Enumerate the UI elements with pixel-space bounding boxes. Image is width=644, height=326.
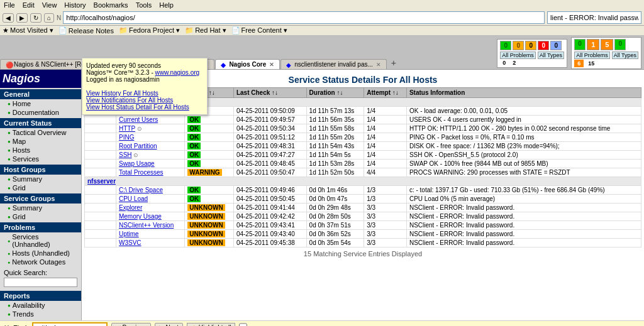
tab-close-4[interactable]: ✕ — [376, 62, 381, 68]
sidebar-item-services-unhandled[interactable]: ● Services (Unhandled) — [0, 232, 81, 249]
page-icon-2: 📄 — [231, 26, 240, 35]
table-row: PING OK 04-25-2011 09:51:12 1d 11h 55m 2… — [85, 133, 641, 142]
host-link-nfsserver[interactable]: nfsserver — [87, 178, 116, 185]
sidebar-item-tactical[interactable]: ● Tactical Overview — [0, 128, 81, 137]
menu-edit[interactable]: Edit — [23, 1, 35, 9]
service-link[interactable]: CPU Load — [119, 195, 148, 202]
home-button[interactable]: ⌂ — [44, 13, 54, 23]
match-case-checkbox[interactable] — [239, 322, 247, 327]
previous-button[interactable]: ◁ Previous — [111, 323, 151, 326]
nagios-version-link[interactable]: www.nagios.org — [155, 70, 200, 76]
table-row: Current Users OK 04-25-2011 09:49:57 1d … — [85, 116, 641, 124]
menu-view[interactable]: View — [42, 1, 57, 9]
sidebar-item-map[interactable]: ● Map — [0, 137, 81, 146]
bookmarks-release-notes[interactable]: 📄 Release Notes — [58, 26, 114, 35]
table-row: Memory Usage UNKNOWN 04-25-2011 09:42:42… — [85, 212, 641, 221]
service-link[interactable]: SSH — [119, 151, 132, 158]
status-badge: UNKNOWN — [187, 222, 225, 229]
bullet-icon-8: ● — [8, 185, 11, 191]
col-duration[interactable]: Duration ↑↓ — [306, 88, 364, 98]
bullet-icon-12: ● — [8, 251, 10, 256]
bookmarks-redhat[interactable]: 📁 Red Hat ▾ — [185, 26, 226, 35]
quick-search-input[interactable] — [4, 278, 77, 287]
forward-button[interactable]: ▶ — [16, 13, 28, 23]
page-icon: 📄 — [58, 26, 67, 35]
view-host-status-link[interactable]: View Host Status Detail For All Hosts — [86, 104, 203, 111]
tooltip-login: Logged in as nagiosadmin — [86, 76, 203, 83]
status-badge: OK — [187, 134, 201, 141]
note-icon-2: ⊙ — [133, 152, 138, 158]
sidebar-item-documentation[interactable]: ● Documentation — [0, 108, 81, 117]
sidebar-item-sg-summary[interactable]: ● Summary — [0, 204, 81, 212]
bullet-icon: ● — [8, 101, 11, 107]
sidebar-item-hosts[interactable]: ● Hosts — [0, 146, 81, 155]
tab-nagios-core[interactable]: ◆ Nagios Core ✕ — [215, 59, 280, 69]
sidebar-item-home[interactable]: ● Home — [0, 99, 81, 108]
col-attempt[interactable]: Attempt ↑↓ — [364, 88, 407, 98]
sidebar-item-availability[interactable]: ● Availability — [0, 301, 81, 310]
service-link[interactable]: W3SVC — [119, 239, 142, 246]
reload-button[interactable]: ↻ — [30, 13, 42, 23]
status-badge: OK — [187, 187, 201, 193]
sidebar-item-hosts-unhandled[interactable]: ● Hosts (Unhandled) — [0, 249, 81, 258]
find-close-button[interactable]: ✕ — [4, 323, 9, 326]
sidebar-item-hg-summary[interactable]: ● Summary — [0, 175, 81, 183]
sidebar-item-network-outages[interactable]: ● Network Outages — [0, 258, 81, 266]
folder-icon: 📁 — [119, 26, 128, 35]
service-link[interactable]: Swap Usage — [119, 160, 155, 167]
service-link[interactable]: Explorer — [119, 204, 142, 211]
pend-box: 0 — [550, 41, 562, 50]
menu-history[interactable]: History — [64, 1, 86, 9]
sidebar-item-services[interactable]: ● Services — [0, 155, 81, 163]
service-link[interactable]: PING — [119, 134, 134, 141]
bookmarks-fedora[interactable]: 📁 Fedora Project ▾ — [119, 26, 180, 35]
table-row: SSH ⊙ OK 04-25-2011 09:47:27 1d 11h 54m … — [85, 151, 641, 160]
highlight-all-button[interactable]: ★ Highlight all — [187, 323, 235, 326]
service-link[interactable]: C:\ Drive Space — [119, 187, 163, 193]
search-input[interactable] — [547, 11, 641, 24]
find-bar: ✕ Find: ◁ Previous ▷ Next ★ Highlight al… — [0, 320, 644, 326]
bullet-icon-5: ● — [8, 148, 11, 153]
view-notifications-link[interactable]: View Notifications For All Hosts — [86, 97, 203, 104]
menu-bookmarks[interactable]: Bookmarks — [94, 1, 128, 9]
table-row: Total Processes WARNING 04-25-2011 09:50… — [85, 168, 641, 177]
service-link[interactable]: Uptime — [119, 231, 139, 237]
sidebar-item-sg-grid[interactable]: ● Grid — [0, 212, 81, 221]
table-row: NSClient++ Version UNKNOWN 04-25-2011 09… — [85, 221, 641, 230]
col-lastcheck[interactable]: Last Check ↑↓ — [233, 88, 306, 98]
service-link[interactable]: Memory Usage — [119, 213, 162, 220]
back-button[interactable]: ◀ — [3, 13, 14, 23]
menu-help[interactable]: Help — [159, 1, 174, 9]
bookmarks-most-visited[interactable]: ★ Most Visited ▾ — [3, 26, 53, 35]
service-link[interactable]: NSClient++ Version — [119, 222, 174, 229]
main-content: Nagios General ● Home ● Documentation Cu… — [0, 70, 644, 320]
view-history-link[interactable]: View History For All Hosts — [86, 90, 203, 97]
new-tab-button[interactable]: + — [387, 57, 400, 69]
menu-tools[interactable]: Tools — [136, 1, 152, 9]
match-count: 15 Matching Service Entries Displayed — [84, 247, 641, 260]
tab-close-3[interactable]: ✕ — [269, 62, 274, 68]
tab-nsclientlistener[interactable]: ◆ nsclientlistener invalid pas... ✕ — [280, 59, 387, 69]
bookmarks-bar: ★ Most Visited ▾ 📄 Release Notes 📁 Fedor… — [0, 26, 644, 36]
status-badge: OK — [187, 160, 201, 167]
find-input[interactable] — [32, 322, 108, 327]
service-link[interactable]: HTTP — [119, 125, 135, 132]
next-button[interactable]: ▷ Next — [155, 323, 183, 326]
bookmarks-free-content[interactable]: 📄 Free Content ▾ — [231, 26, 287, 35]
url-input[interactable] — [63, 11, 545, 24]
menu-file[interactable]: File — [4, 1, 15, 9]
col-info[interactable]: Status Information — [406, 88, 641, 98]
match-case-label: Match case — [239, 322, 284, 327]
service-link[interactable]: Current Users — [119, 116, 158, 123]
find-label: Find: — [13, 324, 28, 327]
note-icon: ⊙ — [137, 126, 142, 132]
sidebar-item-trends[interactable]: ● Trends — [0, 310, 81, 318]
menu-bar: File Edit View History Bookmarks Tools H… — [0, 0, 644, 10]
service-link[interactable]: Total Processes — [119, 169, 164, 176]
table-row: Root Partition OK 04-25-2011 09:48:31 1d… — [85, 142, 641, 151]
sidebar-item-alerts[interactable]: ● Alerts — [0, 318, 81, 320]
service-link[interactable]: Root Partition — [119, 143, 157, 149]
tab-favicon-4: ◆ — [286, 62, 292, 68]
table-row: Swap Usage OK 04-25-2011 09:48:45 1d 11h… — [85, 160, 641, 168]
sidebar-item-hg-grid[interactable]: ● Grid — [0, 183, 81, 192]
